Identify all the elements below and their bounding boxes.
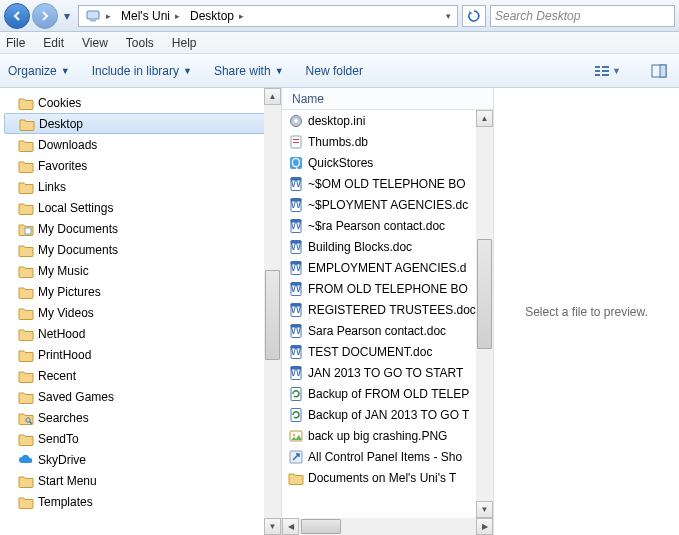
file-name: REGISTERED TRUSTEES.doc — [308, 303, 476, 317]
file-row[interactable]: Backup of FROM OLD TELEP — [282, 383, 493, 404]
docx-icon: W — [288, 176, 304, 192]
new-folder-button[interactable]: New folder — [306, 64, 363, 78]
svg-point-14 — [294, 119, 298, 123]
file-name: Backup of JAN 2013 TO GO T — [308, 408, 469, 422]
file-row[interactable]: Thumbs.db — [282, 131, 493, 152]
tree-item[interactable]: My Music — [0, 260, 281, 281]
share-with-button[interactable]: Share with ▼ — [214, 64, 284, 78]
breadcrumb[interactable]: ▸ Mel's Uni ▸ Desktop ▸ ▾ — [78, 5, 458, 27]
tree-item-label: SkyDrive — [38, 453, 86, 467]
tree-item[interactable]: My Videos — [0, 302, 281, 323]
folder-icon — [18, 200, 34, 216]
folder-icon — [18, 137, 34, 153]
file-row[interactable]: W~$OM OLD TELEPHONE BO — [282, 173, 493, 194]
breadcrumb-seg1[interactable]: Mel's Uni ▸ — [117, 6, 186, 26]
tree-item[interactable]: Recent — [0, 365, 281, 386]
tree-item-label: Start Menu — [38, 474, 97, 488]
include-label: Include in library — [92, 64, 179, 78]
preview-pane-button[interactable] — [647, 60, 671, 82]
tree-item[interactable]: SendTo — [0, 428, 281, 449]
tree-item-label: Templates — [38, 495, 93, 509]
svg-text:W: W — [290, 260, 302, 274]
tree-item[interactable]: NetHood — [0, 323, 281, 344]
svg-rect-7 — [602, 74, 609, 76]
scroll-thumb[interactable] — [265, 270, 280, 360]
tree-item[interactable]: Desktop — [4, 113, 277, 134]
tree-item[interactable]: Cookies — [0, 92, 281, 113]
breadcrumb-computer[interactable]: ▸ — [81, 6, 117, 26]
svg-rect-9 — [660, 65, 666, 77]
column-header-name[interactable]: Name — [282, 88, 493, 110]
organize-button[interactable]: Organize ▼ — [8, 64, 70, 78]
tree-item[interactable]: Local Settings — [0, 197, 281, 218]
tree-item[interactable]: Links — [0, 176, 281, 197]
file-row[interactable]: desktop.ini — [282, 110, 493, 131]
file-name: ~$PLOYMENT AGENCIES.dc — [308, 198, 468, 212]
menu-help[interactable]: Help — [172, 36, 197, 50]
file-row[interactable]: QQuickStores — [282, 152, 493, 173]
breadcrumb-seg2[interactable]: Desktop ▸ — [186, 6, 250, 26]
tree-item[interactable]: My Documents — [0, 239, 281, 260]
nav-buttons: ▾ — [4, 3, 74, 29]
file-row[interactable]: WTEST DOCUMENT.doc — [282, 341, 493, 362]
scroll-thumb[interactable] — [477, 239, 492, 349]
forward-button[interactable] — [32, 3, 58, 29]
menu-file[interactable]: File — [6, 36, 25, 50]
refresh-button[interactable] — [462, 5, 486, 27]
file-row[interactable]: back up big crashing.PNG — [282, 425, 493, 446]
tree-item[interactable]: PrintHood — [0, 344, 281, 365]
search-input[interactable]: Search Desktop — [490, 5, 675, 27]
menu-view[interactable]: View — [82, 36, 108, 50]
scroll-down-button[interactable]: ▼ — [264, 518, 281, 535]
scroll-up-button[interactable]: ▲ — [476, 110, 493, 127]
folder-icon — [18, 158, 34, 174]
skydrive-icon — [18, 452, 34, 468]
file-row[interactable]: WREGISTERED TRUSTEES.doc — [282, 299, 493, 320]
tree-scrollbar[interactable]: ▲ ▼ — [264, 88, 281, 535]
include-library-button[interactable]: Include in library ▼ — [92, 64, 192, 78]
tree-item[interactable]: SkyDrive — [0, 449, 281, 470]
scroll-thumb[interactable] — [301, 519, 341, 534]
file-row[interactable]: W~$PLOYMENT AGENCIES.dc — [282, 194, 493, 215]
doc-icon: W — [288, 302, 304, 318]
tree-item[interactable]: My Documents — [0, 218, 281, 239]
file-row[interactable]: WFROM OLD TELEPHONE BO — [282, 278, 493, 299]
svg-text:W: W — [290, 281, 302, 295]
view-options-button[interactable]: ▼ — [590, 60, 625, 82]
file-row[interactable]: WEMPLOYMENT AGENCIES.d — [282, 257, 493, 278]
scroll-up-button[interactable]: ▲ — [264, 88, 281, 105]
tree-item[interactable]: Start Menu — [0, 470, 281, 491]
nav-history-dropdown[interactable]: ▾ — [60, 3, 74, 29]
file-row[interactable]: WBuilding Blocks.doc — [282, 236, 493, 257]
folder-icon — [18, 473, 34, 489]
backup-icon — [288, 407, 304, 423]
docx-icon: W — [288, 218, 304, 234]
menu-bar: File Edit View Tools Help — [0, 32, 679, 54]
tree-item[interactable]: Favorites — [0, 155, 281, 176]
file-row[interactable]: WSara Pearson contact.doc — [282, 320, 493, 341]
tree-item-label: Desktop — [39, 117, 83, 131]
tree-item-label: Saved Games — [38, 390, 114, 404]
tree-item[interactable]: Templates — [0, 491, 281, 512]
scroll-right-button[interactable]: ▶ — [476, 518, 493, 535]
list-hscrollbar[interactable]: ◀ ▶ — [282, 518, 493, 535]
file-row[interactable]: All Control Panel Items - Sho — [282, 446, 493, 467]
file-row[interactable]: WJAN 2013 TO GO TO START — [282, 362, 493, 383]
file-row[interactable]: Backup of JAN 2013 TO GO T — [282, 404, 493, 425]
menu-edit[interactable]: Edit — [43, 36, 64, 50]
file-row[interactable]: W~$ra Pearson contact.doc — [282, 215, 493, 236]
scroll-down-button[interactable]: ▼ — [476, 501, 493, 518]
list-scrollbar[interactable]: ▲ ▼ — [476, 110, 493, 518]
folder-icon — [18, 431, 34, 447]
newfolder-label: New folder — [306, 64, 363, 78]
back-button[interactable] — [4, 3, 30, 29]
tree-item[interactable]: Saved Games — [0, 386, 281, 407]
tree-item[interactable]: Downloads — [0, 134, 281, 155]
scroll-left-button[interactable]: ◀ — [282, 518, 299, 535]
svg-rect-10 — [25, 228, 31, 234]
menu-tools[interactable]: Tools — [126, 36, 154, 50]
tree-item[interactable]: Searches — [0, 407, 281, 428]
tree-item[interactable]: My Pictures — [0, 281, 281, 302]
file-row[interactable]: Documents on Mel's Uni's T — [282, 467, 493, 488]
address-dropdown[interactable]: ▾ — [444, 11, 455, 21]
